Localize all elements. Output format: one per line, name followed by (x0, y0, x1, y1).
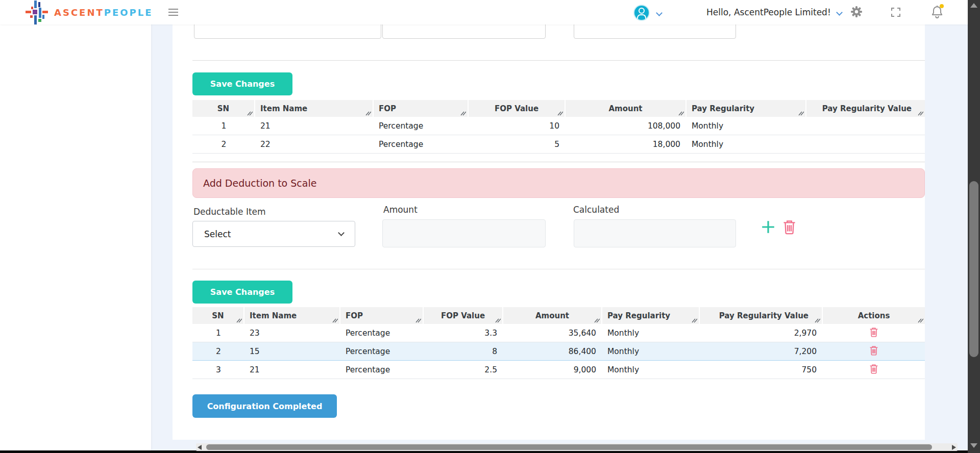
hamburger-menu-icon[interactable] (168, 9, 178, 18)
logo-text: ASCENTPEOPLE (54, 7, 153, 18)
save-changes-button[interactable]: Save Changes (192, 281, 292, 304)
plus-icon (761, 219, 776, 235)
sidebar (0, 0, 151, 450)
cell-fop: Percentage (374, 135, 469, 154)
vertical-scrollbar[interactable] (968, 0, 980, 453)
scroll-down-arrow-icon[interactable] (970, 443, 977, 448)
horizontal-scrollbar-thumb[interactable] (206, 444, 932, 450)
cell-fop: Percentage (340, 324, 424, 342)
scroll-right-arrow-icon[interactable] (952, 445, 956, 450)
column-resize-handle-icon[interactable] (365, 110, 371, 116)
configuration-completed-button[interactable]: Configuration Completed (192, 394, 337, 418)
cell-item-name: 22 (255, 135, 374, 154)
column-resize-handle-icon[interactable] (918, 317, 923, 323)
column-resize-handle-icon[interactable] (918, 110, 923, 116)
cell-sn: 3 (192, 361, 244, 379)
logo-text-people: PEOPLE (104, 7, 153, 18)
column-header-sn: SN (192, 307, 244, 324)
column-resize-handle-icon[interactable] (495, 317, 501, 323)
cell-item-name: 23 (244, 324, 340, 342)
delete-row-button[interactable] (869, 345, 878, 357)
column-header-pay-regularity-value: Pay Regularity Value (700, 307, 823, 324)
column-resize-handle-icon[interactable] (460, 110, 466, 116)
save-changes-button[interactable]: Save Changes (192, 72, 292, 95)
select-value: Select (204, 229, 231, 239)
chevron-down-icon (836, 9, 843, 16)
column-header-fop-value: FOP Value (424, 307, 503, 324)
deduction-table: SN Item Name FOP FOP Value Amount Pay Re… (192, 307, 925, 379)
account-menu-dropdown[interactable]: Hello, AscentPeople Limited! (706, 0, 842, 24)
column-header-pay-regularity: Pay Regularity (687, 100, 806, 117)
cell-amount: 9,000 (503, 361, 602, 379)
scale-table: SN Item Name FOP FOP Value Amount Pay Re… (192, 100, 925, 154)
vertical-scrollbar-thumb[interactable] (969, 181, 978, 357)
fullscreen-button[interactable] (891, 8, 900, 17)
trash-icon (782, 219, 796, 235)
horizontal-scrollbar[interactable] (196, 443, 958, 451)
cell-item-name: 15 (244, 342, 340, 361)
table-row: 2 22 Percentage 5 18,000 Monthly (192, 135, 925, 154)
column-resize-handle-icon[interactable] (247, 110, 253, 116)
ascentpeople-logo[interactable]: ASCENTPEOPLE (26, 0, 153, 24)
column-resize-handle-icon[interactable] (798, 110, 804, 116)
ascentpeople-logo-icon (26, 1, 48, 24)
trash-icon (869, 364, 878, 374)
cell-sn: 2 (192, 135, 255, 154)
table-row: 3 21 Percentage 2.5 9,000 Monthly 750 (192, 361, 925, 379)
scroll-left-arrow-icon[interactable] (198, 445, 202, 450)
user-avatar-icon (634, 6, 649, 20)
column-resize-handle-icon[interactable] (332, 317, 338, 323)
cell-actions (823, 361, 925, 379)
column-header-actions: Actions (823, 307, 925, 324)
amount-label: Amount (383, 205, 418, 215)
calculated-input[interactable] (574, 219, 736, 247)
cell-pay-regularity-value: 750 (700, 361, 823, 379)
column-resize-handle-icon[interactable] (678, 110, 684, 116)
add-deduction-row-button[interactable] (760, 219, 777, 236)
delete-row-button[interactable] (869, 327, 878, 339)
cell-fop: Percentage (374, 117, 469, 135)
cell-fop-value: 2.5 (424, 361, 503, 379)
table-row: 1 23 Percentage 3.3 35,640 Monthly 2,970 (192, 324, 925, 342)
cell-actions (823, 342, 925, 361)
column-header-fop: FOP (340, 307, 424, 324)
cell-sn: 2 (192, 342, 244, 361)
table-header-row: SN Item Name FOP FOP Value Amount Pay Re… (192, 100, 925, 117)
cell-sn: 1 (192, 117, 255, 135)
cell-amount: 35,640 (503, 324, 602, 342)
column-header-pay-regularity-value: Pay Regularity Value (806, 100, 925, 117)
deductable-item-select[interactable]: Select (192, 221, 355, 247)
column-resize-handle-icon[interactable] (236, 317, 242, 323)
scroll-up-arrow-icon[interactable] (970, 3, 977, 8)
trash-icon (869, 327, 878, 337)
cell-amount: 86,400 (503, 342, 602, 361)
cell-pay-regularity: Monthly (687, 117, 806, 135)
greeting-text: Hello, AscentPeople Limited! (706, 7, 831, 17)
amount-input[interactable] (382, 219, 546, 247)
cell-item-name: 21 (255, 117, 374, 135)
column-resize-handle-icon[interactable] (557, 110, 563, 116)
cell-actions (823, 324, 925, 342)
chevron-down-icon (656, 10, 663, 16)
notifications-button[interactable] (931, 5, 943, 20)
cell-pay-regularity: Monthly (602, 361, 700, 379)
table-row-highlighted: 2 15 Percentage 8 86,400 Monthly 7,200 (192, 342, 925, 361)
column-resize-handle-icon[interactable] (692, 317, 697, 323)
column-header-fop-value: FOP Value (469, 100, 566, 117)
cell-item-name: 21 (244, 361, 340, 379)
calculated-label: Calculated (573, 205, 619, 215)
cell-amount: 108,000 (566, 117, 687, 135)
column-resize-handle-icon[interactable] (415, 317, 421, 323)
user-menu[interactable] (634, 5, 662, 20)
chevron-down-icon (338, 230, 345, 236)
cell-fop: Percentage (340, 342, 424, 361)
settings-button[interactable] (850, 6, 863, 19)
delete-row-button[interactable] (869, 364, 878, 375)
cell-fop-value: 5 (469, 135, 566, 154)
column-resize-handle-icon[interactable] (815, 317, 820, 323)
column-resize-handle-icon[interactable] (594, 317, 600, 323)
cell-pay-regularity-value (806, 117, 925, 135)
cell-pay-regularity: Monthly (602, 324, 700, 342)
settings-gear-icon (850, 6, 863, 18)
clear-deduction-row-button[interactable] (781, 219, 797, 236)
